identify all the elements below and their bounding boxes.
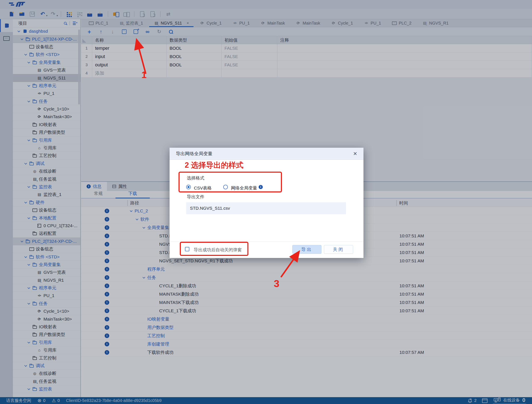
- export-file-label: 导出文件: [187, 194, 204, 200]
- radio-csv-label[interactable]: CSV表格: [194, 185, 212, 191]
- close-icon[interactable]: ✕: [353, 151, 357, 157]
- radio-network-gv-label[interactable]: 网络全局变量: [231, 185, 257, 191]
- auto-close-checkbox[interactable]: [185, 247, 189, 251]
- radio-csv[interactable]: [186, 185, 191, 189]
- dialog-close-button[interactable]: 关闭: [324, 245, 353, 254]
- auto-close-label[interactable]: 导出成功后自动关闭弹窗: [194, 247, 242, 253]
- radio-network-gv[interactable]: [223, 185, 228, 189]
- info-tooltip-icon[interactable]: i: [259, 185, 263, 189]
- export-filename-input[interactable]: STD.NGVS_S11.csv: [186, 202, 346, 214]
- application-window: 项目 dasghbsd PLC_1[T324-XP-CD-... 设备组: [0, 0, 532, 404]
- format-label: 选择格式: [187, 175, 204, 181]
- dialog-title-bar[interactable]: 导出网络全局变量 ✕: [170, 148, 363, 160]
- export-button[interactable]: 导出: [292, 245, 322, 254]
- dialog-title: 导出网络全局变量: [176, 151, 212, 157]
- export-dialog: 导出网络全局变量 ✕ 选择格式 CSV表格 网络全局变量 i 导出文件 STD.…: [170, 148, 363, 258]
